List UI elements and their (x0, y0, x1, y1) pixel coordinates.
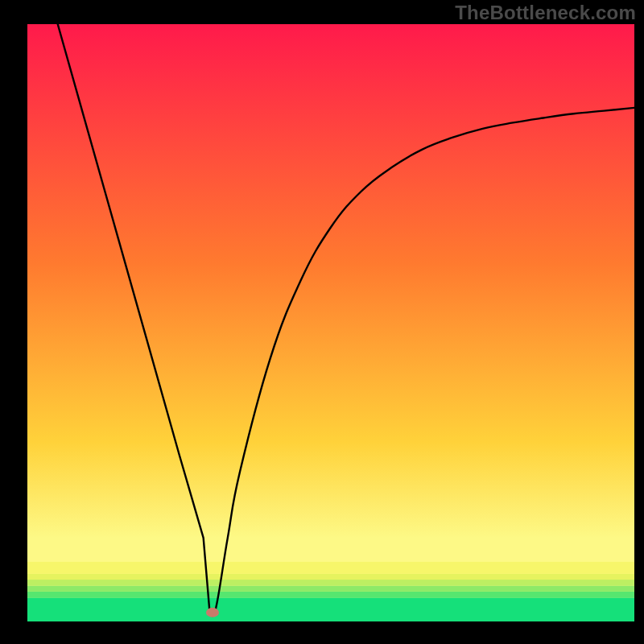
watermark-text: TheBottleneck.com (455, 2, 636, 24)
chart-frame: TheBottleneck.com (0, 0, 644, 644)
chart-svg (0, 0, 644, 644)
gradient-background (27, 24, 634, 621)
marker-dot (206, 608, 219, 617)
svg-rect-6 (27, 562, 634, 574)
svg-rect-4 (27, 580, 634, 585)
svg-rect-5 (27, 574, 634, 580)
svg-rect-2 (27, 592, 634, 597)
svg-rect-7 (27, 538, 634, 562)
color-bands (27, 538, 634, 621)
svg-rect-3 (27, 585, 634, 591)
svg-rect-1 (27, 597, 634, 621)
